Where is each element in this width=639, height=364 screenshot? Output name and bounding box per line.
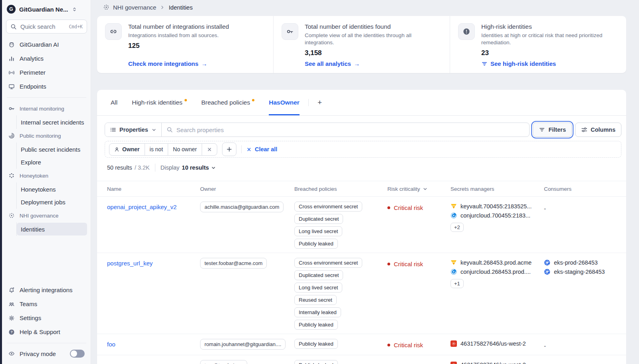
secrets-manager-entry[interactable]: conjurcloud.268453.prod....: [450, 269, 544, 275]
secrets-manager-entry[interactable]: keyvault.268453.prod.acme: [450, 259, 544, 266]
policy-chip-cross-environment-secret[interactable]: Cross environment secret: [294, 202, 362, 212]
owner-chip[interactable]: romain.jouhannet@gitguardian....: [200, 339, 286, 350]
owner-chip[interactable]: tester.foobar@acme.com: [200, 258, 267, 269]
policy-chip-publicly-leaked[interactable]: Publicly leaked: [294, 320, 338, 330]
filter-chip-field[interactable]: Owner: [109, 144, 145, 155]
org-switcher[interactable]: G GitGuardian Ne...: [6, 4, 87, 14]
column-header-risk-criticality[interactable]: Risk criticality: [387, 186, 450, 192]
keyvault-manager-icon: [450, 203, 457, 210]
tab-all[interactable]: All: [111, 90, 117, 115]
sidebar-divider: [7, 97, 86, 98]
policy-chip-long-lived-secret[interactable]: Long lived secret: [294, 226, 342, 236]
filter-chip-remove[interactable]: [202, 144, 217, 155]
policy-chip-publicly-leaked[interactable]: Publicly leaked: [294, 239, 338, 249]
stat-link-check-more-integrations[interactable]: Check more integrations→: [128, 60, 207, 67]
cell-name: foo: [107, 339, 200, 348]
secrets-manager-entry[interactable]: 463175827646/us-west-2: [450, 362, 544, 364]
policy-chip-publicly-leaked[interactable]: Publicly leaked: [294, 339, 338, 349]
policy-chip-duplicated-secret[interactable]: Duplicated secret: [294, 214, 343, 224]
tab-high-risk-identities[interactable]: High-risk identities: [132, 90, 187, 115]
identity-link-postgres-url-key[interactable]: postgres_url_key: [107, 260, 153, 267]
toggle-knob: [71, 350, 77, 357]
tab-breached-policies[interactable]: Breached policies: [201, 90, 254, 115]
tab-hasowner[interactable]: HasOwner: [269, 90, 300, 115]
cell-risk-criticality: Critical risk: [387, 339, 450, 348]
breadcrumb-section[interactable]: NHI governance: [113, 4, 156, 11]
secrets-manager-entry[interactable]: 463175827646/us-west-2: [450, 340, 544, 347]
properties-dropdown[interactable]: Properties: [105, 123, 162, 136]
identity-link-username[interactable]: username: [107, 362, 134, 364]
sidebar-item-explore[interactable]: Explore: [17, 156, 87, 168]
sidebar-group-public-monitoring[interactable]: Public monitoring: [6, 129, 87, 142]
conjur-manager-icon: [450, 212, 457, 219]
stat-link-label: See all analytics: [305, 60, 351, 67]
columns-button[interactable]: Columns: [575, 123, 621, 137]
privacy-mode-toggle[interactable]: [70, 350, 85, 358]
owner-chip[interactable]: achille.mascia@gitguardian.com: [200, 202, 284, 212]
policy-chip-publicly-leaked[interactable]: Publicly leaked: [294, 360, 338, 364]
filter-chip-value[interactable]: No owner: [168, 144, 202, 155]
sidebar-item-analytics[interactable]: Analytics: [6, 51, 87, 65]
unsaved-dot: [252, 99, 254, 101]
policy-chip-duplicated-secret[interactable]: Duplicated secret: [294, 270, 343, 280]
add-filter-button[interactable]: [222, 142, 236, 156]
identity-link-openai-project-apikey-v2[interactable]: openai_project_apikey_v2: [107, 204, 177, 210]
sidebar-group-internal-monitoring[interactable]: Internal monitoring: [6, 102, 87, 115]
sidebar-item-public-secret-incidents[interactable]: Public secret incidents: [17, 143, 87, 156]
critical-risk-dot: [387, 344, 390, 346]
policy-chip-long-lived-secret[interactable]: Long lived secret: [294, 283, 342, 293]
sidebar-item-internal-secret-incidents[interactable]: Internal secret incidents: [17, 116, 87, 129]
sidebar-group-label: Honeytoken: [20, 173, 48, 179]
stat-link-see-high-risk-identities[interactable]: See high-risk identities: [481, 60, 556, 67]
filter-chip-operator[interactable]: is not: [145, 144, 168, 155]
sidebar: G GitGuardian Ne... Quick search Cmd+K G…: [0, 0, 91, 364]
sidebar-item-endpoints[interactable]: Endpoints: [6, 79, 87, 93]
sidebar-item-perimeter[interactable]: Perimeter: [6, 65, 87, 79]
policy-chip-internally-leaked[interactable]: Internally leaked: [294, 307, 341, 317]
sidebar-item-teams[interactable]: Teams: [6, 297, 87, 311]
privacy-mode-row: Privacy mode: [6, 347, 87, 358]
owner-chip[interactable]: tom@tomforb.es: [200, 360, 247, 364]
more-secrets-managers-chip[interactable]: +2: [450, 223, 464, 232]
more-secrets-managers-chip[interactable]: +1: [450, 279, 464, 288]
quick-search-input[interactable]: Quick search Cmd+K: [6, 20, 87, 34]
sidebar-item-deployment-jobs[interactable]: Deployment jobs: [17, 196, 87, 208]
stat-link-see-all-analytics[interactable]: See all analytics→: [305, 60, 360, 67]
stat-card-total-number-of-integrations-installed: Total number of integrations installedIn…: [97, 16, 273, 73]
sidebar-group-nhi-governance[interactable]: NHI governance: [6, 209, 87, 222]
search-properties-input[interactable]: Search properties: [162, 127, 530, 133]
add-tab-button[interactable]: +: [318, 90, 322, 115]
cell-name: username: [107, 360, 200, 364]
secrets-manager-entry[interactable]: conjurcloud.700455:2183...: [450, 212, 544, 219]
identity-link-foo[interactable]: foo: [107, 341, 115, 348]
list-icon: [110, 127, 116, 133]
filters-button[interactable]: Filters: [533, 123, 572, 137]
sidebar-item-settings[interactable]: Settings: [6, 311, 87, 325]
search-icon: [167, 127, 173, 133]
policy-chip-cross-environment-secret[interactable]: Cross environment secret: [294, 258, 362, 268]
sidebar-divider: [7, 343, 86, 343]
close-icon: [246, 147, 252, 152]
policy-chip-reused-secret[interactable]: Reused secret: [294, 295, 337, 305]
clear-all-filters-button[interactable]: Clear all: [246, 146, 277, 152]
cell-risk-criticality: Critical risk: [387, 360, 450, 364]
consumer-entry[interactable]: eks-prod-268453: [544, 259, 626, 266]
sidebar-footer-nav: Alerting integrationsTeamsSettings?Help …: [6, 283, 87, 339]
alert-icon: [463, 28, 470, 35]
sidebar-group-honeytoken[interactable]: Honeytoken: [6, 169, 87, 182]
filter-icon: [539, 127, 545, 133]
sidebar-item-gitguardian-ai[interactable]: GitGuardian AI: [6, 38, 87, 51]
sidebar-item-help-support[interactable]: ?Help & Support: [6, 325, 87, 339]
sidebar-item-alerting-integrations[interactable]: Alerting integrations: [6, 283, 87, 297]
toolbar: Properties Search properties Filters Col…: [97, 116, 626, 137]
cell-name: openai_project_apikey_v2: [107, 202, 200, 210]
consumer-entry[interactable]: eks-staging-268453: [544, 269, 626, 275]
sidebar-item-label: GitGuardian AI: [20, 41, 59, 48]
unsaved-dot: [185, 99, 187, 101]
chevron-down-icon: [151, 127, 157, 133]
secrets-manager-entry[interactable]: keyvault.700455:2183525...: [450, 203, 544, 210]
sidebar-item-identities[interactable]: Identities: [17, 223, 87, 235]
sidebar-item-honeytokens[interactable]: Honeytokens: [17, 183, 87, 196]
display-count-dropdown[interactable]: 10 results: [182, 164, 216, 171]
aws-manager-icon: [450, 340, 457, 347]
